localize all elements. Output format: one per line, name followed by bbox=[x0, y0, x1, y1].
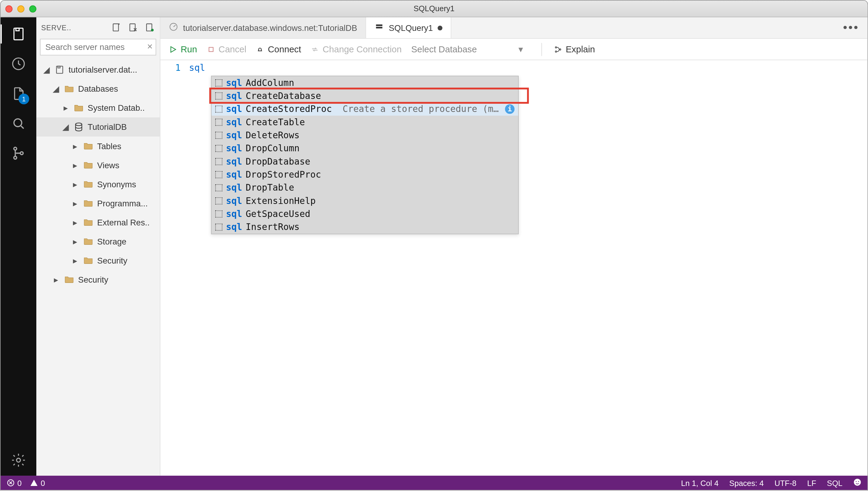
activity-explorer-icon[interactable]: 1 bbox=[10, 85, 27, 102]
suggestion-match: sql bbox=[226, 195, 242, 206]
suggestion-match: sql bbox=[226, 182, 242, 193]
status-warnings-count: 0 bbox=[41, 478, 45, 488]
suggestion-item[interactable]: sqlDropTable bbox=[212, 181, 518, 194]
svg-point-20 bbox=[555, 51, 556, 52]
snippet-icon bbox=[215, 224, 222, 231]
code-editor[interactable]: 1 sql sqlAddColumnsqlCreateDatabasesqlCr… bbox=[160, 60, 867, 476]
suggestion-item[interactable]: sqlDropColumn bbox=[212, 142, 518, 155]
new-query-icon[interactable] bbox=[144, 22, 155, 34]
new-connection-icon[interactable] bbox=[111, 22, 121, 34]
line-number: 1 bbox=[160, 60, 189, 476]
search-servers-input[interactable] bbox=[40, 39, 156, 55]
suggestion-item[interactable]: sqlGetSpaceUsed bbox=[212, 207, 518, 221]
activity-history-icon[interactable] bbox=[10, 55, 27, 72]
svg-rect-17 bbox=[376, 27, 382, 28]
suggestion-item[interactable]: sqlDropStoredProc bbox=[212, 168, 518, 181]
tree-system-db-node[interactable]: ▸ System Datab.. bbox=[36, 98, 160, 117]
suggestion-item[interactable]: sqlCreateStoredProcCreate a stored proce… bbox=[212, 103, 518, 116]
traffic-lights bbox=[5, 5, 36, 13]
suggestion-item[interactable]: sqlInsertRows bbox=[212, 221, 518, 233]
info-icon[interactable]: i bbox=[505, 104, 515, 114]
tree-tables-node[interactable]: ▸Tables bbox=[36, 137, 160, 155]
connect-button[interactable]: Connect bbox=[256, 44, 301, 54]
clear-search-icon[interactable]: × bbox=[147, 41, 152, 52]
tree-storage-node[interactable]: ▸Storage bbox=[36, 232, 160, 251]
snippet-icon bbox=[215, 210, 222, 218]
folder-icon bbox=[83, 236, 94, 247]
suggestion-item[interactable]: sqlCreateDatabase bbox=[212, 90, 518, 103]
status-errors[interactable]: 0 bbox=[7, 478, 22, 488]
database-icon bbox=[73, 122, 84, 132]
tree-server-node[interactable]: ◢ tutorialserver.dat... bbox=[36, 60, 160, 79]
activity-bar: 1 bbox=[1, 17, 36, 476]
zoom-window-button[interactable] bbox=[29, 5, 36, 13]
tree-security-inner-node[interactable]: ▸Security bbox=[36, 251, 160, 270]
titlebar: SQLQuery1 bbox=[1, 1, 867, 17]
status-eol[interactable]: LF bbox=[807, 478, 816, 488]
suggestion-description: Create a stored procedure (mssq… bbox=[343, 104, 501, 114]
new-group-icon[interactable] bbox=[128, 22, 138, 34]
svg-point-11 bbox=[151, 28, 154, 31]
run-button[interactable]: Run bbox=[169, 44, 197, 54]
tab-overflow-button[interactable]: ••• bbox=[835, 17, 867, 38]
sidebar: SERVE.. × ◢ tutorialserver.dat... ◢ bbox=[36, 17, 160, 476]
tree-external-node[interactable]: ▸External Res.. bbox=[36, 213, 160, 232]
status-feedback-icon[interactable] bbox=[853, 478, 862, 488]
svg-point-23 bbox=[854, 478, 861, 485]
suggestion-item[interactable]: sqlDeleteRows bbox=[212, 129, 518, 142]
tree-synonyms-label: Synonyms bbox=[97, 179, 136, 189]
tab-connection-label: tutorialserver.database.windows.net:Tuto… bbox=[183, 23, 357, 33]
activity-search-icon[interactable] bbox=[10, 115, 27, 132]
suggestion-rest: CreateTable bbox=[246, 117, 305, 127]
snippet-icon bbox=[215, 132, 222, 139]
tree-synonyms-node[interactable]: ▸Synonyms bbox=[36, 175, 160, 194]
status-spaces[interactable]: Spaces: 4 bbox=[729, 478, 764, 488]
tab-connection[interactable]: tutorialserver.database.windows.net:Tuto… bbox=[160, 17, 366, 38]
activity-source-control-icon[interactable] bbox=[10, 145, 27, 162]
status-cursor-pos[interactable]: Ln 1, Col 4 bbox=[681, 478, 719, 488]
suggestion-item[interactable]: sqlDropDatabase bbox=[212, 155, 518, 168]
typed-text: sql bbox=[189, 63, 205, 73]
suggestion-rest: DropDatabase bbox=[246, 156, 310, 167]
snippet-icon bbox=[215, 145, 222, 152]
cancel-button: Cancel bbox=[207, 44, 246, 54]
suggestion-match: sql bbox=[226, 130, 242, 140]
dashboard-icon bbox=[169, 22, 178, 33]
tree-security-outer-node[interactable]: ▸Security bbox=[36, 270, 160, 289]
svg-point-19 bbox=[555, 46, 556, 48]
status-language[interactable]: SQL bbox=[827, 478, 842, 488]
database-select[interactable]: Select Database ▾ bbox=[411, 44, 529, 54]
suggestion-rest: CreateStoredProc bbox=[246, 104, 332, 114]
tree-databases-node[interactable]: ◢ Databases bbox=[36, 79, 160, 98]
window-title: SQLQuery1 bbox=[414, 4, 454, 13]
sidebar-title: SERVE.. bbox=[41, 24, 71, 32]
svg-point-24 bbox=[855, 481, 857, 482]
snippet-icon bbox=[215, 158, 222, 165]
suggestion-rest: InsertRows bbox=[246, 222, 300, 232]
tree-programmability-node[interactable]: ▸Programma... bbox=[36, 194, 160, 213]
suggestion-match: sql bbox=[226, 143, 242, 154]
tree-views-label: Views bbox=[97, 161, 119, 170]
close-window-button[interactable] bbox=[5, 5, 13, 13]
editor-area: tutorialserver.database.windows.net:Tuto… bbox=[160, 17, 867, 476]
explain-button[interactable]: Explain bbox=[554, 44, 595, 54]
tree-tutorialdb-node[interactable]: ◢ TutorialDB bbox=[36, 117, 160, 137]
folder-icon bbox=[83, 217, 94, 228]
svg-point-3 bbox=[14, 119, 22, 127]
tab-query[interactable]: SQLQuery1 bbox=[366, 17, 451, 38]
query-toolbar: Run Cancel Connect Change Connection Sel… bbox=[160, 39, 867, 60]
activity-servers-icon[interactable] bbox=[10, 26, 27, 42]
suggestion-item[interactable]: sqlExtensionHelp bbox=[212, 194, 518, 207]
minimize-window-button[interactable] bbox=[17, 5, 25, 13]
folder-icon bbox=[73, 103, 84, 114]
activity-settings-icon[interactable] bbox=[10, 452, 27, 468]
status-warnings[interactable]: 0 bbox=[30, 478, 45, 488]
suggestion-item[interactable]: sqlAddColumn bbox=[212, 76, 518, 89]
tree-tables-label: Tables bbox=[97, 141, 121, 151]
status-errors-count: 0 bbox=[17, 478, 22, 488]
tree-views-node[interactable]: ▸Views bbox=[36, 155, 160, 175]
status-encoding[interactable]: UTF-8 bbox=[774, 478, 797, 488]
suggestion-item[interactable]: sqlCreateTable bbox=[212, 116, 518, 129]
run-label: Run bbox=[181, 44, 197, 54]
snippet-icon bbox=[215, 197, 222, 204]
